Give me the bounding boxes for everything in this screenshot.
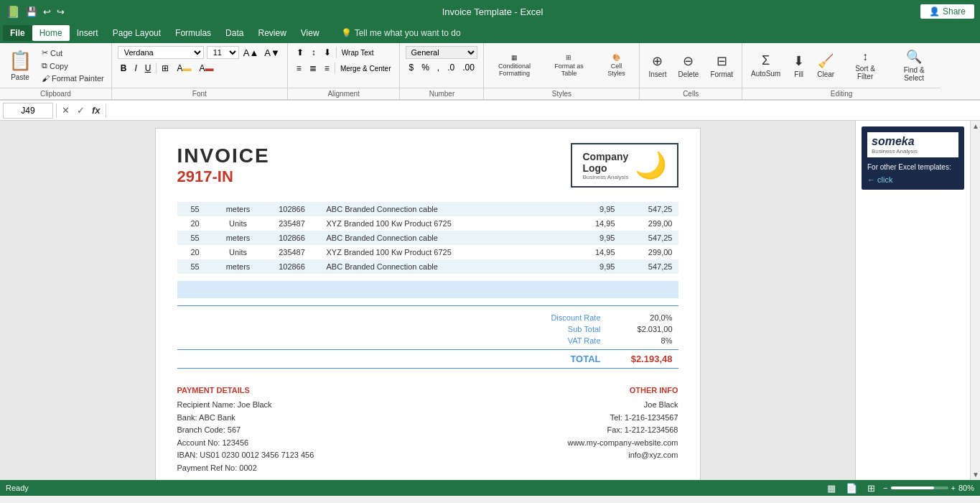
wrap-text-button[interactable]: Wrap Text bbox=[339, 47, 377, 58]
status-right: ▦ 📄 ⊞ − + 80% bbox=[825, 483, 974, 494]
sheet-scroll[interactable]: INVOICE 2917-IN Company Logo Business An… bbox=[0, 121, 855, 480]
vat-row: VAT Rate 8% bbox=[177, 335, 678, 346]
invoice-table-row: 55 meters 102866 ABC Branded Connection … bbox=[177, 202, 678, 216]
page-layout-view-button[interactable]: 📄 bbox=[844, 483, 859, 494]
font-decrease-button[interactable]: A▼ bbox=[263, 47, 281, 58]
ribbon: 📋 Paste ✂ Cut ⧉ Copy 🖌 Format Painter bbox=[0, 43, 980, 101]
font-increase-button[interactable]: A▲ bbox=[242, 47, 261, 58]
zoom-out-button[interactable]: − bbox=[883, 484, 887, 492]
clear-button[interactable]: 🧹 Clear bbox=[813, 50, 839, 81]
align-bottom-button[interactable]: ⬇ bbox=[321, 46, 334, 59]
find-icon: 🔍 bbox=[906, 49, 922, 65]
invoice-table-row: 55 meters 102866 ABC Branded Connection … bbox=[177, 259, 678, 274]
italic-button[interactable]: I bbox=[131, 62, 139, 75]
empty-row-area bbox=[177, 281, 678, 298]
border-button[interactable]: ⊞ bbox=[159, 62, 172, 75]
font-family-select[interactable]: Verdana bbox=[118, 46, 204, 59]
page-break-view-button[interactable]: ⊞ bbox=[865, 483, 877, 494]
cell-styles-button[interactable]: 🎨 Cell Styles bbox=[597, 51, 635, 80]
merge-center-button[interactable]: Merge & Center bbox=[337, 63, 394, 74]
autosum-button[interactable]: Σ AutoSum bbox=[747, 50, 785, 80]
quick-redo[interactable]: ↪ bbox=[57, 6, 65, 17]
font-size-select[interactable]: 11 bbox=[207, 46, 239, 59]
percent-button[interactable]: % bbox=[419, 61, 432, 74]
cell-styles-icon: 🎨 bbox=[612, 54, 620, 61]
find-select-button[interactable]: 🔍 Find & Select bbox=[892, 46, 936, 85]
branch-detail: Branch Code: 567 bbox=[177, 424, 428, 437]
fx-button[interactable]: fx bbox=[90, 105, 103, 116]
align-middle-button[interactable]: ↕ bbox=[309, 46, 319, 59]
tell-me-area[interactable]: 💡 Tell me what you want to do bbox=[341, 28, 461, 38]
someka-link[interactable]: ← click bbox=[867, 175, 958, 184]
discount-value: 20,0% bbox=[615, 313, 673, 322]
title-bar: 📗 💾 ↩ ↪ Invoice Template - Excel 👤 Share bbox=[0, 0, 980, 23]
payment-ref-detail: Payment Ref No: 0002 bbox=[177, 462, 428, 475]
format-button[interactable]: ⊟ Format bbox=[706, 50, 737, 81]
font-color-button[interactable]: A▬ bbox=[196, 62, 216, 75]
zoom-control[interactable]: − + 80% bbox=[883, 484, 974, 492]
quick-undo[interactable]: ↩ bbox=[43, 6, 51, 17]
right-scrollbar[interactable]: ▲ ▼ bbox=[970, 121, 980, 480]
invoice-container: INVOICE 2917-IN Company Logo Business An… bbox=[155, 128, 701, 480]
insert-button[interactable]: ⊕ Insert bbox=[644, 50, 671, 81]
subtotal-row: Sub Total $2.031,00 bbox=[177, 323, 678, 335]
underline-button[interactable]: U bbox=[142, 62, 154, 75]
discount-row: Discount Rate 20,0% bbox=[177, 312, 678, 323]
zoom-slider[interactable] bbox=[891, 486, 948, 489]
cell-reference-input[interactable] bbox=[3, 103, 53, 119]
account-detail: Account No: 123456 bbox=[177, 437, 428, 450]
menu-file[interactable]: File bbox=[3, 25, 32, 41]
editing-label: Editing bbox=[742, 88, 941, 99]
align-left-button[interactable]: ≡ bbox=[294, 62, 304, 75]
menu-page-layout[interactable]: Page Layout bbox=[106, 25, 168, 41]
scroll-track[interactable] bbox=[971, 131, 980, 469]
sort-icon: ↕ bbox=[862, 50, 868, 63]
zoom-in-button[interactable]: + bbox=[951, 484, 956, 492]
menu-formulas[interactable]: Formulas bbox=[168, 25, 218, 41]
menu-data[interactable]: Data bbox=[218, 25, 251, 41]
total-value: $2.193,48 bbox=[615, 354, 673, 364]
menu-home[interactable]: Home bbox=[32, 25, 70, 41]
paste-icon: 📋 bbox=[9, 50, 32, 72]
format-as-table-button[interactable]: ⊞ Format as Table bbox=[543, 51, 594, 80]
align-right-button[interactable]: ≡ bbox=[322, 62, 332, 75]
total-final-row: TOTAL $2.193,48 bbox=[177, 349, 678, 369]
logo-tagline: Business Analysis bbox=[582, 174, 628, 180]
cancel-formula-button[interactable]: ✕ bbox=[60, 105, 72, 116]
discount-label: Discount Rate bbox=[529, 313, 601, 322]
menu-insert[interactable]: Insert bbox=[70, 25, 106, 41]
scroll-down-button[interactable]: ▼ bbox=[971, 469, 980, 480]
fill-color-button[interactable]: A▬ bbox=[174, 62, 194, 75]
quick-save[interactable]: 💾 bbox=[26, 6, 37, 17]
confirm-formula-button[interactable]: ✓ bbox=[75, 105, 87, 116]
align-top-button[interactable]: ⬆ bbox=[294, 46, 307, 59]
cut-button[interactable]: ✂ Cut bbox=[39, 47, 107, 59]
logo-company: Company bbox=[582, 151, 628, 162]
normal-view-button[interactable]: ▦ bbox=[825, 483, 838, 494]
bank-detail: Bank: ABC Bank bbox=[177, 412, 428, 425]
number-format-select[interactable]: General bbox=[406, 46, 477, 59]
sidebar-panel: someka Business Analysis For other Excel… bbox=[855, 121, 970, 480]
bold-button[interactable]: B bbox=[118, 62, 130, 75]
format-painter-button[interactable]: 🖌 Format Painter bbox=[39, 73, 107, 84]
decrease-decimal-button[interactable]: .0 bbox=[444, 61, 457, 74]
align-center-button[interactable]: ≣ bbox=[307, 62, 319, 75]
increase-decimal-button[interactable]: .00 bbox=[459, 61, 477, 74]
share-button[interactable]: 👤 Share bbox=[920, 4, 974, 19]
fill-button[interactable]: ⬇ Fill bbox=[789, 50, 808, 81]
menu-review[interactable]: Review bbox=[251, 25, 293, 41]
alignment-label: Alignment bbox=[288, 88, 400, 99]
delete-button[interactable]: ⊖ Delete bbox=[673, 50, 703, 81]
subtotal-value: $2.031,00 bbox=[615, 325, 673, 333]
comma-button[interactable]: , bbox=[434, 61, 442, 74]
subtotal-label: Sub Total bbox=[529, 325, 601, 333]
menu-view[interactable]: View bbox=[294, 25, 327, 41]
sort-filter-button[interactable]: ↕ Sort & Filter bbox=[843, 47, 887, 83]
paste-button[interactable]: 📋 Paste bbox=[4, 47, 36, 84]
currency-button[interactable]: $ bbox=[406, 61, 416, 74]
formula-input[interactable] bbox=[109, 106, 977, 116]
scroll-up-button[interactable]: ▲ bbox=[971, 121, 980, 131]
company-logo: Company Logo Business Analysis 🌙 bbox=[571, 143, 678, 188]
conditional-formatting-button[interactable]: ▦ Conditional Formatting bbox=[488, 51, 540, 80]
copy-button[interactable]: ⧉ Copy bbox=[39, 60, 107, 72]
